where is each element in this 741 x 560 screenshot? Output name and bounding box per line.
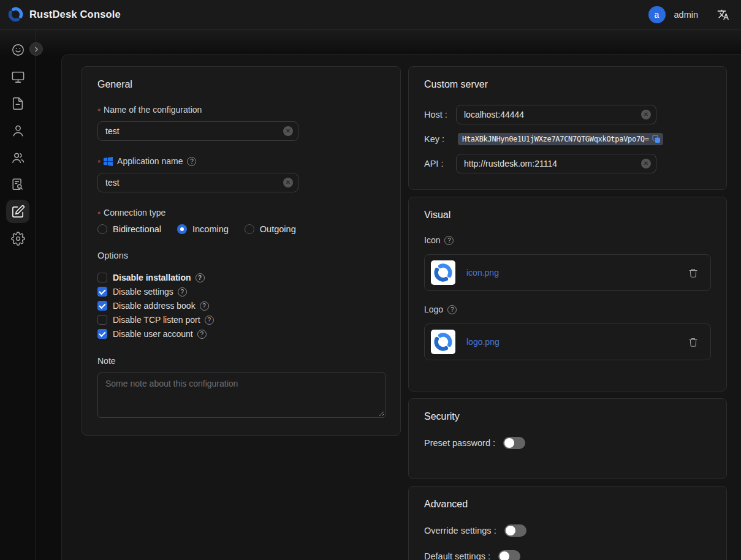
icon-upload-row: icon.png bbox=[424, 254, 711, 291]
audit-log-icon bbox=[11, 178, 25, 191]
advanced-card: Advanced Override settings : Default set… bbox=[408, 486, 727, 560]
logo-preview bbox=[431, 330, 455, 354]
translate-icon[interactable] bbox=[716, 8, 730, 21]
options-label: Options bbox=[97, 251, 385, 260]
rustdesk-logo-icon bbox=[7, 6, 24, 23]
host-label: Host : bbox=[424, 110, 456, 119]
checkbox-disable-address-book[interactable]: Disable address book ? bbox=[97, 301, 385, 311]
config-name-label: * Name of the configuration bbox=[97, 105, 385, 115]
resize-grip-icon[interactable] bbox=[379, 411, 384, 417]
host-input[interactable] bbox=[456, 105, 656, 124]
connection-type-group: Bidirectional Incoming Outgoing bbox=[97, 224, 385, 234]
preset-password-toggle[interactable] bbox=[503, 437, 525, 449]
sidebar-item-documents[interactable] bbox=[6, 92, 29, 115]
copy-icon[interactable] bbox=[652, 135, 661, 143]
checkbox-checked-icon[interactable] bbox=[97, 301, 107, 311]
checkbox-disable-installation[interactable]: Disable installation ? bbox=[97, 273, 385, 282]
key-chip: HtaXBkJNHyn0e1U1jWXze7A7CN7QTGWqxkOtpaVp… bbox=[458, 133, 663, 145]
checkbox-icon[interactable] bbox=[97, 315, 107, 325]
sidebar-item-users[interactable] bbox=[6, 119, 29, 142]
visual-title: Visual bbox=[424, 210, 711, 221]
help-icon[interactable]: ? bbox=[447, 305, 457, 314]
sidebar-expand-button[interactable] bbox=[29, 42, 43, 56]
sidebar bbox=[0, 29, 36, 560]
username[interactable]: admin bbox=[674, 10, 699, 20]
icon-preview bbox=[431, 260, 455, 285]
radio-icon[interactable] bbox=[97, 224, 107, 234]
sidebar-item-settings[interactable] bbox=[6, 227, 29, 250]
radio-icon[interactable] bbox=[245, 224, 254, 234]
api-input[interactable] bbox=[456, 154, 656, 173]
preset-password-label: Preset password : bbox=[424, 438, 495, 448]
key-value: HtaXBkJNHyn0e1U1jWXze7A7CN7QTGWqxkOtpaVp… bbox=[462, 135, 649, 143]
help-icon[interactable]: ? bbox=[178, 287, 187, 297]
note-label: Note bbox=[97, 356, 385, 366]
sidebar-item-groups[interactable] bbox=[6, 146, 29, 169]
checkbox-checked-icon[interactable] bbox=[97, 329, 107, 339]
user-icon bbox=[11, 124, 25, 138]
general-card: General * Name of the configuration ✕ * … bbox=[82, 66, 401, 436]
icon-label: Icon ? bbox=[424, 235, 711, 245]
application-name-label: * Application name ? bbox=[97, 156, 385, 166]
delete-icon[interactable] bbox=[688, 268, 698, 278]
custom-server-title: Custom server bbox=[424, 79, 711, 90]
sidebar-item-devices[interactable] bbox=[6, 65, 29, 88]
header-shadow-band bbox=[0, 29, 741, 55]
override-settings-toggle[interactable] bbox=[504, 524, 526, 537]
windows-logo-icon bbox=[104, 157, 113, 166]
sidebar-item-audit[interactable] bbox=[6, 173, 29, 196]
visual-card: Visual Icon ? icon.png bbox=[408, 197, 727, 392]
help-icon[interactable]: ? bbox=[200, 301, 209, 311]
settings-icon bbox=[11, 232, 25, 246]
required-asterisk: * bbox=[97, 158, 101, 167]
app-header: RustDesk Console a admin bbox=[0, 0, 741, 29]
security-card: Security Preset password : bbox=[408, 398, 727, 479]
key-label: Key : bbox=[424, 134, 456, 144]
users-icon bbox=[11, 151, 25, 165]
help-icon[interactable]: ? bbox=[197, 330, 207, 339]
chevron-right-icon bbox=[32, 45, 40, 53]
note-textarea[interactable] bbox=[97, 373, 386, 418]
help-icon[interactable]: ? bbox=[205, 316, 214, 325]
app-title: RustDesk Console bbox=[29, 9, 121, 20]
clear-input-icon[interactable]: ✕ bbox=[641, 159, 651, 168]
clear-input-icon[interactable]: ✕ bbox=[641, 110, 651, 119]
checkbox-disable-user-account[interactable]: Disable user account ? bbox=[97, 329, 385, 339]
required-asterisk: * bbox=[97, 107, 101, 116]
delete-icon[interactable] bbox=[688, 337, 698, 347]
radio-incoming[interactable]: Incoming bbox=[177, 224, 229, 234]
general-title: General bbox=[97, 79, 385, 90]
help-icon[interactable]: ? bbox=[196, 273, 205, 282]
clear-input-icon[interactable]: ✕ bbox=[283, 178, 293, 187]
radio-outgoing[interactable]: Outgoing bbox=[245, 224, 296, 234]
logo-label: Logo ? bbox=[424, 305, 711, 314]
main-panel: General * Name of the configuration ✕ * … bbox=[61, 54, 741, 560]
icon-file-link[interactable]: icon.png bbox=[466, 268, 499, 278]
logo-upload-row: logo.png bbox=[424, 324, 711, 360]
application-name-input[interactable] bbox=[97, 173, 298, 192]
api-label: API : bbox=[424, 159, 456, 168]
document-icon bbox=[11, 97, 25, 110]
sidebar-item-dashboard[interactable] bbox=[6, 38, 29, 61]
radio-icon-selected[interactable] bbox=[177, 224, 187, 234]
sidebar-item-configurations[interactable] bbox=[6, 200, 29, 223]
checkbox-checked-icon[interactable] bbox=[97, 287, 107, 297]
help-icon[interactable]: ? bbox=[444, 236, 454, 245]
default-settings-toggle[interactable] bbox=[498, 550, 520, 560]
default-settings-label: Default settings : bbox=[424, 551, 490, 560]
checkbox-disable-settings[interactable]: Disable settings ? bbox=[97, 287, 385, 297]
smile-icon bbox=[11, 43, 25, 57]
checkbox-disable-tcp-listen-port[interactable]: Disable TCP listen port ? bbox=[97, 315, 385, 325]
help-icon[interactable]: ? bbox=[187, 157, 196, 166]
override-settings-label: Override settings : bbox=[424, 526, 496, 535]
required-asterisk: * bbox=[97, 210, 101, 219]
avatar[interactable]: a bbox=[648, 6, 666, 23]
logo-file-link[interactable]: logo.png bbox=[466, 337, 500, 347]
edit-icon bbox=[11, 205, 25, 219]
checkbox-icon[interactable] bbox=[97, 273, 107, 282]
clear-input-icon[interactable]: ✕ bbox=[283, 126, 293, 136]
radio-bidirectional[interactable]: Bidirectional bbox=[97, 224, 161, 234]
security-title: Security bbox=[424, 411, 711, 422]
config-name-input[interactable] bbox=[97, 121, 298, 141]
advanced-title: Advanced bbox=[424, 499, 711, 510]
